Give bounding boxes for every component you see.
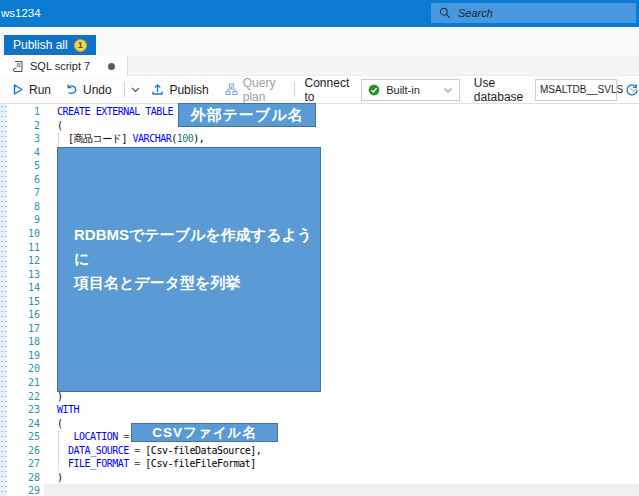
query-plan-icon (225, 83, 238, 96)
tab-sql-script-7[interactable]: SQL script 7 (7, 56, 128, 76)
database-select[interactable]: MSALTDB__SVLS (535, 79, 617, 101)
search-input[interactable]: Search (431, 3, 636, 23)
code-line: CREATE EXTERNAL TABLE (50, 105, 639, 119)
undo-button[interactable]: Undo (65, 83, 112, 97)
editor-toolbar: Run Undo Publish Query plan Con (0, 76, 639, 104)
tab-bar: SQL script 7 (0, 56, 639, 76)
tab-bar-left-spacer (0, 56, 7, 76)
chevron-down-icon (443, 85, 453, 95)
line-number: 16 (7, 308, 44, 322)
line-number: 2 (7, 119, 44, 133)
sql-code-editor[interactable]: 1234567891011121314151617181920212223242… (0, 104, 639, 496)
line-number-gutter: 1234567891011121314151617181920212223242… (7, 104, 44, 496)
refresh-icon (625, 83, 639, 97)
line-number: 28 (7, 471, 44, 485)
publish-upload-icon (151, 83, 164, 96)
line-number: 17 (7, 322, 44, 336)
code-line: DATA_SOURCE = [Csv-fileDataSource], (50, 444, 639, 458)
sidebar-collapsed-strip[interactable] (0, 104, 7, 496)
line-number: 24 (7, 417, 44, 431)
annotation-csv-file-name: CSVファイル名 (131, 423, 278, 442)
unsaved-changes-dot (108, 63, 115, 70)
connect-to-label: Connect to (305, 76, 350, 104)
line-number: 25 (7, 430, 44, 444)
code-line: FILE_FORMAT = [Csv-fileFileFormat] (50, 457, 639, 471)
publish-button[interactable]: Publish (151, 83, 208, 97)
sql-script-icon (12, 60, 24, 73)
line-number: 5 (7, 159, 44, 173)
indent-guide (58, 430, 59, 471)
code-line: ) (50, 471, 639, 485)
line-number: 14 (7, 281, 44, 295)
query-plan-button[interactable]: Query plan (225, 76, 280, 104)
annotation-columns-note-line2: 項目名とデータ型を列挙 (74, 271, 240, 295)
line-number: 8 (7, 200, 44, 214)
undo-label: Undo (83, 83, 112, 97)
top-app-bar: ws1234 Search (0, 0, 639, 27)
annotation-columns-note: RDBMSでテーブルを作成するように 項目名とデータ型を列挙 (57, 147, 321, 392)
connection-status-icon (368, 84, 380, 96)
code-line: WITH (50, 403, 639, 417)
line-number: 22 (7, 390, 44, 404)
toolbar-separator (294, 82, 295, 97)
line-number: 19 (7, 349, 44, 363)
line-number: 21 (7, 376, 44, 390)
connection-select[interactable]: Built-in (361, 79, 460, 101)
annotation-columns-note-line1: RDBMSでテーブルを作成するように (74, 223, 320, 271)
line-number: 4 (7, 146, 44, 160)
line-number: 26 (7, 444, 44, 458)
line-number: 20 (7, 362, 44, 376)
line-number: 23 (7, 403, 44, 417)
code-line: [商品コード] VARCHAR(100), (50, 132, 639, 146)
synapse-studio-window: ws1234 Search Publish all 1 SQL script 7 (0, 0, 639, 496)
connection-value: Built-in (386, 84, 437, 96)
tab-title: SQL script 7 (30, 60, 90, 72)
run-label: Run (29, 83, 51, 97)
line-number: 1 (7, 105, 44, 119)
line-number: 11 (7, 241, 44, 255)
current-line-highlight (44, 484, 639, 496)
annotation-table-name: 外部テーブル名 (178, 103, 316, 127)
line-number: 18 (7, 335, 44, 349)
search-icon (439, 7, 451, 19)
workspace-name: ws1234 (1, 7, 41, 19)
line-number: 12 (7, 254, 44, 268)
indent-guide (58, 132, 59, 147)
publish-label: Publish (169, 83, 208, 97)
line-number: 13 (7, 268, 44, 282)
run-options-chevron[interactable] (130, 84, 141, 95)
database-value: MSALTDB__SVLS (540, 84, 623, 95)
toolbar-separator (124, 82, 125, 97)
publish-all-button[interactable]: Publish all 1 (4, 35, 96, 55)
search-placeholder: Search (458, 7, 493, 19)
use-database-label: Use database (474, 76, 527, 104)
line-number: 29 (7, 484, 44, 496)
chevron-down-icon (130, 84, 141, 95)
line-number: 6 (7, 173, 44, 187)
line-number: 27 (7, 457, 44, 471)
code-line: ( (50, 119, 639, 133)
run-button[interactable]: Run (12, 83, 51, 97)
publish-bar: Publish all 1 (0, 27, 639, 56)
line-number: 10 (7, 227, 44, 241)
line-number: 7 (7, 186, 44, 200)
publish-count-badge: 1 (74, 39, 87, 52)
run-play-icon (12, 83, 24, 96)
line-number: 9 (7, 213, 44, 227)
publish-all-label: Publish all (13, 38, 68, 52)
line-number: 3 (7, 132, 44, 146)
line-number: 15 (7, 295, 44, 309)
refresh-button[interactable] (625, 83, 639, 97)
query-plan-label: Query plan (243, 76, 280, 104)
undo-icon (65, 83, 78, 96)
